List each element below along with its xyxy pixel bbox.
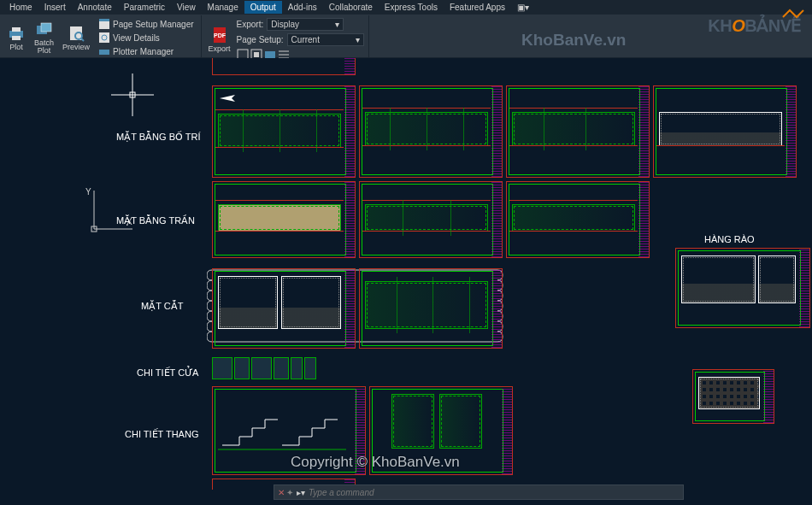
- prompt-caret: ▸▾: [297, 488, 305, 497]
- row-label-5: CHI TIẾT THANG: [125, 429, 198, 440]
- menu-featured[interactable]: Featured Apps: [444, 1, 511, 14]
- chevron-down-icon: ▾: [335, 20, 339, 29]
- title-block: [491, 86, 502, 177]
- drawing-frame: [212, 58, 356, 75]
- title-block: [799, 249, 809, 327]
- ribbon-panel-plot: Plot Batch Plot Preview Page Setup Manag…: [0, 15, 202, 57]
- svg-rect-18: [265, 51, 275, 58]
- page-setup-label: Page Setup Manager: [113, 20, 194, 29]
- row-label-4: CHI TIẾT CỬA: [137, 367, 198, 379]
- title-block: [491, 269, 502, 348]
- door-detail: [291, 357, 303, 379]
- view-details-button[interactable]: View Details: [95, 31, 197, 44]
- title-block: [344, 58, 355, 74]
- drawing-frame: [212, 181, 356, 258]
- door-detail: [251, 357, 272, 379]
- plot-label: Plot: [9, 43, 23, 51]
- plotter-manager-label: Plotter Manager: [113, 47, 174, 56]
- menu-collaborate[interactable]: Collaborate: [323, 1, 379, 14]
- title-block: [763, 370, 774, 423]
- svg-rect-4: [41, 23, 51, 32]
- page-setup-dropdown[interactable]: Current▾: [287, 33, 364, 46]
- watermark-copyright: Copyright © KhoBanVe.vn: [291, 454, 460, 471]
- title-block: [786, 86, 796, 177]
- title-block: [344, 182, 355, 257]
- menu-bar: Home Insert Annotate Parametric View Man…: [0, 0, 812, 15]
- export-button[interactable]: PDF Export: [205, 17, 234, 62]
- page-setup-icon: [98, 18, 110, 30]
- drawing-frame: [692, 369, 774, 424]
- door-details-row: [212, 357, 316, 379]
- stair-section-icon: [218, 394, 351, 454]
- menu-view[interactable]: View: [171, 1, 202, 14]
- title-block: [344, 269, 355, 348]
- crosshair-icon: [111, 73, 154, 116]
- svg-text:PDF: PDF: [214, 32, 227, 38]
- row-label-2: MẶT BẰNG TRẦN: [116, 215, 195, 226]
- batch-plot-icon: [35, 21, 54, 39]
- ribbon: Plot Batch Plot Preview Page Setup Manag…: [0, 15, 812, 58]
- preview-icon: [67, 24, 85, 43]
- title-block: [502, 387, 512, 474]
- chevron-down-icon: ▾: [356, 35, 360, 44]
- svg-rect-17: [254, 52, 259, 57]
- row-label-3: MẶT CẮT: [141, 301, 183, 312]
- view-details-label: View Details: [113, 33, 160, 43]
- drawing-frame: [359, 268, 503, 349]
- preview-label: Preview: [62, 43, 90, 51]
- page-setup-manager-button[interactable]: Page Setup Manager: [95, 17, 197, 31]
- command-line[interactable]: ✕ ✦ ▸▾ Type a command: [274, 484, 684, 500]
- ribbon-panel-export: PDF Export Export: Display▾ Page Setup: …: [202, 15, 369, 57]
- batch-plot-button[interactable]: Batch Plot: [31, 17, 57, 58]
- plot-button[interactable]: Plot: [3, 17, 29, 58]
- export-dropdown[interactable]: Display▾: [267, 18, 344, 31]
- plotter-manager-button[interactable]: Plotter Manager: [95, 44, 197, 58]
- svg-rect-9: [99, 19, 109, 21]
- drawing-canvas[interactable]: Y X MẶT BẰNG BỐ TRÍ MẶT BẰNG TRẦN MẶT CẮ…: [0, 58, 812, 490]
- drawing-frame: [212, 268, 356, 349]
- page-setup-dd-label: Page Setup:: [237, 35, 284, 44]
- menu-annotate[interactable]: Annotate: [72, 1, 118, 14]
- menu-insert[interactable]: Insert: [38, 1, 72, 14]
- svg-rect-12: [99, 50, 109, 55]
- export-label: Export: [209, 44, 231, 53]
- svg-rect-2: [12, 36, 21, 40]
- door-detail: [212, 357, 232, 379]
- customize-icon[interactable]: ✦: [286, 488, 293, 497]
- north-arrow-icon: [218, 93, 244, 103]
- view-details-icon: [98, 32, 110, 44]
- plotter-manager-icon: [98, 45, 110, 57]
- batch-plot-label: Batch Plot: [34, 39, 54, 55]
- menu-home[interactable]: Home: [3, 1, 38, 14]
- command-placeholder: Type a command: [309, 488, 374, 497]
- door-detail: [234, 357, 250, 379]
- export-dd-label: Export:: [237, 20, 264, 29]
- menu-addins[interactable]: Add-ins: [282, 1, 323, 14]
- svg-line-7: [81, 38, 84, 41]
- watermark-site: KhoBanVe.vn: [521, 31, 626, 50]
- printer-icon: [7, 24, 26, 43]
- menu-output[interactable]: Output: [244, 1, 282, 14]
- drawing-frame: [359, 181, 503, 258]
- drawing-frame: [675, 248, 810, 328]
- menu-parametric[interactable]: Parametric: [118, 1, 171, 14]
- ucs-icon: Y X: [85, 186, 137, 238]
- svg-rect-10: [99, 32, 109, 43]
- title-block: [638, 86, 649, 177]
- page-setup-dd-value: Current: [291, 35, 320, 44]
- drawing-frame: [359, 85, 503, 178]
- pdf-icon: PDF: [210, 26, 229, 44]
- menu-manage[interactable]: Manage: [202, 1, 244, 14]
- close-icon[interactable]: ✕: [278, 488, 285, 497]
- panel-toggle-icon[interactable]: ▣▾: [511, 1, 535, 14]
- title-block: [638, 182, 649, 257]
- preview-button[interactable]: Preview: [59, 17, 93, 58]
- drawing-frame: [212, 85, 356, 178]
- menu-express[interactable]: Express Tools: [379, 1, 444, 14]
- door-detail: [304, 357, 316, 379]
- title-block: [344, 86, 355, 177]
- title-block: [491, 182, 502, 257]
- door-detail: [274, 357, 289, 379]
- watermark-logo: KHOBẢNVẼ: [708, 15, 802, 36]
- drawing-frame: [653, 85, 797, 178]
